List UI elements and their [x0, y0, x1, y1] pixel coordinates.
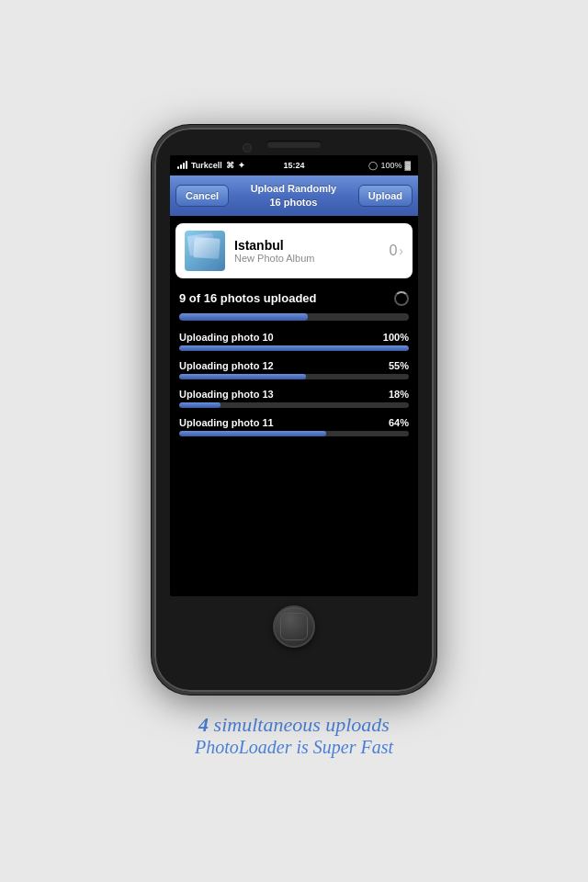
home-button-inner: [280, 613, 308, 640]
album-count-area: 0 ›: [389, 243, 403, 259]
status-time: 15:24: [283, 161, 304, 170]
upload-item-pct-1: 55%: [389, 360, 409, 371]
cancel-button[interactable]: Cancel: [175, 185, 229, 207]
upload-item: Uploading photo 12 55%: [179, 360, 409, 379]
phone-camera: [243, 144, 251, 152]
carrier-label: Turkcell: [191, 161, 222, 170]
album-subtitle: New Photo Album: [234, 253, 379, 264]
upload-item-pct-3: 64%: [389, 417, 409, 428]
nav-title-main: Upload Randomly: [251, 182, 337, 195]
upload-section: 9 of 16 photos uploaded Uploading photo …: [170, 286, 418, 451]
battery-label: 100%: [380, 161, 401, 170]
status-right: ◯ 100% ▓: [368, 161, 411, 170]
loading-spinner: [394, 291, 409, 306]
progress-bar-0: [179, 345, 409, 351]
signal-bars: [177, 161, 187, 169]
album-thumbnail: [185, 231, 225, 271]
progress-fill-0: [179, 345, 409, 351]
main-progress-fill: [179, 313, 308, 321]
progress-bar-3: [179, 431, 409, 436]
upload-status-row: 9 of 16 photos uploaded: [179, 291, 409, 306]
album-count: 0: [389, 243, 397, 259]
album-row[interactable]: Istanbul New Photo Album 0 ›: [175, 223, 413, 278]
album-name: Istanbul: [234, 238, 379, 253]
upload-item-label-3: Uploading photo 11: [179, 417, 274, 428]
upload-item-pct-2: 18%: [389, 389, 409, 400]
phone-body: Turkcell ⌘ ✦ 15:24 ◯ 100% ▓ Cancel Uploa…: [152, 125, 436, 695]
upload-item: Uploading photo 13 18%: [179, 389, 409, 408]
lock-icon: ◯: [368, 161, 378, 170]
main-progress-bar: [179, 313, 409, 321]
status-bar: Turkcell ⌘ ✦ 15:24 ◯ 100% ▓: [170, 155, 418, 175]
upload-item-row-3: Uploading photo 11 64%: [179, 417, 409, 428]
upload-item-label-2: Uploading photo 13: [179, 389, 274, 400]
upload-item-pct-0: 100%: [383, 332, 409, 343]
caption-bold: 4: [198, 713, 209, 736]
upload-item-row-2: Uploading photo 13 18%: [179, 389, 409, 400]
album-info: Istanbul New Photo Album: [234, 238, 379, 264]
nav-title-sub: 16 photos: [251, 196, 337, 209]
sync-icon: ✦: [238, 161, 245, 170]
phone-screen: Turkcell ⌘ ✦ 15:24 ◯ 100% ▓ Cancel Uploa…: [170, 155, 418, 596]
nav-title: Upload Randomly 16 photos: [251, 182, 337, 209]
upload-item-row-0: Uploading photo 10 100%: [179, 332, 409, 343]
upload-item-label-1: Uploading photo 12: [179, 360, 274, 371]
caption-line1: 4 simultaneous uploads: [195, 713, 393, 737]
caption-line2: PhotoLoader is Super Fast: [195, 737, 393, 758]
progress-fill-2: [179, 402, 220, 408]
upload-items-list: Uploading photo 10 100% Uploading photo …: [179, 332, 409, 436]
progress-bar-2: [179, 402, 409, 408]
upload-item: Uploading photo 11 64%: [179, 417, 409, 436]
battery-icon: ▓: [404, 161, 411, 170]
caption: 4 simultaneous uploads PhotoLoader is Su…: [195, 713, 393, 758]
home-button[interactable]: [273, 605, 315, 648]
upload-item: Uploading photo 10 100%: [179, 332, 409, 351]
progress-fill-3: [179, 431, 326, 436]
caption-text1: simultaneous uploads: [214, 713, 390, 736]
upload-status-text: 9 of 16 photos uploaded: [179, 291, 317, 305]
progress-bar-1: [179, 374, 409, 379]
upload-item-label-0: Uploading photo 10: [179, 332, 274, 343]
wifi-icon: ⌘: [226, 161, 234, 170]
status-left: Turkcell ⌘ ✦: [177, 161, 245, 170]
nav-bar: Cancel Upload Randomly 16 photos Upload: [170, 175, 418, 216]
phone-wrapper: Turkcell ⌘ ✦ 15:24 ◯ 100% ▓ Cancel Uploa…: [152, 125, 436, 758]
chevron-icon: ›: [399, 243, 403, 258]
upload-button[interactable]: Upload: [358, 185, 413, 207]
upload-item-row-1: Uploading photo 12 55%: [179, 360, 409, 371]
progress-fill-1: [179, 374, 306, 379]
phone-speaker: [266, 141, 322, 148]
